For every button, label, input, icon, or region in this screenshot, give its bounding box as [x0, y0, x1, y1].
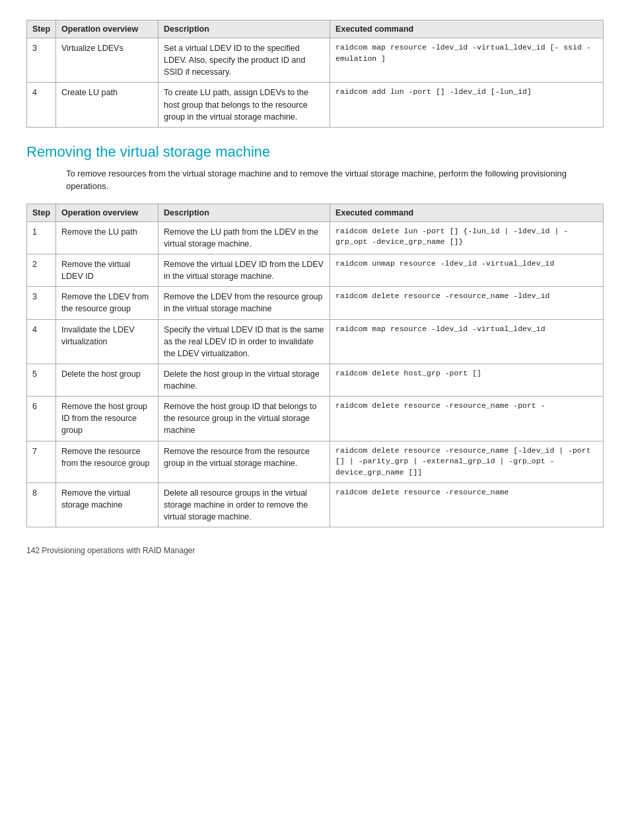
table-row: 4 Create LU path To create LU path, assi…: [27, 83, 604, 127]
cell-step: 7: [27, 441, 56, 482]
cell-operation: Delete the host group: [56, 363, 158, 396]
cell-operation: Virtualize LDEVs: [56, 38, 158, 83]
cell-description: Remove the host group ID that belongs to…: [158, 397, 330, 441]
cell-description: Delete all resource groups in the virtua…: [158, 482, 330, 527]
top-table-header-description: Description: [158, 20, 330, 38]
cell-operation: Remove the resource from the resource gr…: [56, 441, 158, 482]
cell-step: 2: [27, 254, 56, 287]
cell-description: Specify the virtual LDEV ID that is the …: [158, 319, 330, 363]
main-table: Step Operation overview Description Exec…: [26, 204, 604, 527]
cell-operation: Remove the virtual storage machine: [56, 482, 158, 527]
table-row: 7 Remove the resource from the resource …: [27, 441, 604, 482]
section-intro: To remove resources from the virtual sto…: [26, 167, 604, 193]
cell-command: raidcom add lun -port [] -ldev_id [-lun_…: [330, 83, 604, 127]
table-row: 5 Delete the host group Delete the host …: [27, 363, 604, 396]
cell-command: raidcom delete resource -resource_name -…: [330, 397, 604, 441]
table-row: 3 Virtualize LDEVs Set a virtual LDEV ID…: [27, 38, 604, 83]
cell-command: raidcom delete resource -resource_name -…: [330, 287, 604, 319]
main-table-header-command: Executed command: [330, 204, 604, 221]
table-row: 6 Remove the host group ID from the reso…: [27, 397, 604, 441]
main-table-header-description: Description: [158, 204, 330, 221]
table-row: 1 Remove the LU path Remove the LU path …: [27, 221, 604, 254]
cell-operation: Invalidate the LDEV virtualization: [56, 319, 158, 363]
top-table-element: Step Operation overview Description Exec…: [26, 20, 604, 128]
cell-step: 6: [27, 397, 56, 441]
main-table-header-operation: Operation overview: [56, 204, 158, 221]
cell-command: raidcom map resource -ldev_id -virtual_l…: [330, 319, 604, 363]
cell-description: Remove the virtual LDEV ID from the LDEV…: [158, 254, 330, 287]
top-table-header-step: Step: [27, 20, 56, 38]
cell-description: Remove the resource from the resource gr…: [158, 441, 330, 482]
cell-command: raidcom delete lun -port [] {-lun_id | -…: [330, 221, 604, 254]
cell-description: To create LU path, assign LDEVs to the h…: [158, 83, 330, 127]
top-table: Step Operation overview Description Exec…: [26, 20, 604, 128]
cell-step: 4: [27, 319, 56, 363]
main-table-element: Step Operation overview Description Exec…: [26, 204, 604, 527]
top-table-header-operation: Operation overview: [56, 20, 158, 38]
table-row: 2 Remove the virtual LDEV ID Remove the …: [27, 254, 604, 287]
cell-operation: Remove the LDEV from the resource group: [56, 287, 158, 319]
cell-operation: Create LU path: [56, 83, 158, 127]
table-row: 8 Remove the virtual storage machine Del…: [27, 482, 604, 527]
cell-command: raidcom delete resource -resource_name […: [330, 441, 604, 482]
cell-description: Set a virtual LDEV ID to the specified L…: [158, 38, 330, 83]
top-table-header-command: Executed command: [330, 20, 604, 38]
cell-operation: Remove the host group ID from the resour…: [56, 397, 158, 441]
cell-operation: Remove the LU path: [56, 221, 158, 254]
cell-command: raidcom unmap resource -ldev_id -virtual…: [330, 254, 604, 287]
cell-command: raidcom delete resource -resource_name: [330, 482, 604, 527]
cell-operation: Remove the virtual LDEV ID: [56, 254, 158, 287]
cell-step: 5: [27, 363, 56, 396]
cell-step: 3: [27, 38, 56, 83]
cell-command: raidcom map resource -ldev_id -virtual_l…: [330, 38, 604, 83]
footer: 142 Provisioning operations with RAID Ma…: [26, 546, 604, 555]
table-row: 4 Invalidate the LDEV virtualization Spe…: [27, 319, 604, 363]
table-row: 3 Remove the LDEV from the resource grou…: [27, 287, 604, 319]
cell-description: Delete the host group in the virtual sto…: [158, 363, 330, 396]
cell-description: Remove the LDEV from the resource group …: [158, 287, 330, 319]
main-table-header-step: Step: [27, 204, 56, 221]
cell-command: raidcom delete host_grp -port []: [330, 363, 604, 396]
cell-step: 8: [27, 482, 56, 527]
section-heading: Removing the virtual storage machine: [26, 143, 604, 161]
cell-description: Remove the LU path from the LDEV in the …: [158, 221, 330, 254]
cell-step: 1: [27, 221, 56, 254]
cell-step: 3: [27, 287, 56, 319]
cell-step: 4: [27, 83, 56, 127]
